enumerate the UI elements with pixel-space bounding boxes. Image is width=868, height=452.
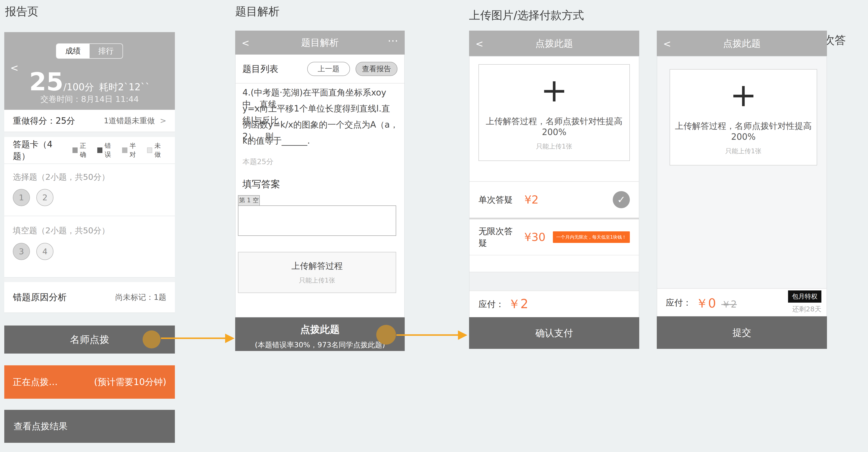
prev-question-button[interactable]: 上一题: [307, 62, 350, 76]
tab-rank[interactable]: 排行: [90, 44, 123, 58]
legend-label-correct: 正确: [80, 141, 92, 159]
upload-limit-hint: 只能上传1张: [725, 147, 761, 156]
answer-input[interactable]: [238, 205, 396, 236]
option-single-label: 单次答疑: [478, 194, 513, 206]
question-points: 本题25分: [243, 157, 274, 167]
question-text-line2: y=x向上平移1个单位长度得到直线l.直线l与反比: [243, 103, 399, 119]
option-unlimited-price: ¥30: [524, 231, 546, 244]
payment-header-title: 点拨此题: [469, 31, 639, 56]
option-single-price: ¥2: [524, 193, 538, 206]
choice-section-title: 选择题（2小题，共50分）: [4, 164, 175, 182]
screen-report: < 成绩 排行 25/100分耗时2`12`` 交卷时间：8月14日 11:44…: [4, 32, 175, 443]
upload-solution-box[interactable]: + 上传解答过程，名师点拨针对性提高200% 只能上传1张: [478, 64, 630, 161]
upload-solution-label: 上传解答过程: [291, 260, 343, 272]
redo-link[interactable]: 1道错题未重做 >: [104, 116, 166, 126]
question-list-row: 题目列表 上一题 查看报告: [236, 55, 404, 83]
legend-item-undone: 未做: [147, 141, 166, 159]
choice-section: 选择题（2小题，共50分） 1 2: [4, 164, 175, 216]
monthly-privilege-badge: 包月特权: [788, 290, 822, 303]
option-unlimited-row[interactable]: 无限次答疑 ¥30 一个月内无限次，每天低至1块钱！: [469, 219, 639, 255]
chevron-right-icon: >: [160, 116, 166, 125]
upload-solution-box[interactable]: 上传解答过程 只能上传1张: [238, 252, 396, 293]
submit-button[interactable]: 提交: [657, 316, 827, 349]
option-divider: [469, 218, 639, 219]
payable-row: 应付： ￥0 ￥2 包月特权 还剩28天: [657, 288, 827, 316]
score-total: /100分: [63, 82, 94, 92]
question-text: 4.(中考题·芜湖)在平面直角坐标系xoy中，直线 y=x向上平移1个单位长度得…: [243, 87, 399, 151]
screen-question-analysis: < 题目解析 ⋯ 题目列表 上一题 查看报告 4.(中考题·芜湖)在平面直角坐标…: [235, 31, 405, 351]
tipping-progress-eta: (预计需要10分钟): [94, 376, 166, 388]
flow-arrow-2-line: [396, 334, 458, 336]
legend-label-wrong: 错误: [104, 141, 117, 159]
payable-old-price: ￥2: [721, 298, 737, 311]
wrong-reason-row[interactable]: 错题原因分析 尚未标记：1题: [4, 282, 175, 313]
legend-item-wrong: 错误: [97, 141, 117, 159]
payable-label: 应付：: [478, 298, 504, 310]
confirm-pay-label: 确认支付: [535, 328, 573, 338]
upload-solution-box[interactable]: + 上传解答过程，名师点拨针对性提高200% 只能上传1张: [670, 69, 817, 165]
redo-score-label: 重做得分：25分: [13, 115, 75, 127]
question-text-line3: 例函数y=k/x的图象的一个交点为A（a，2），则: [243, 119, 399, 135]
question-circle-2[interactable]: 2: [36, 189, 54, 206]
option-single-row[interactable]: 单次答疑 ¥2 ✓: [469, 181, 639, 218]
more-icon[interactable]: ⋯: [388, 34, 398, 47]
plus-icon: +: [730, 79, 757, 111]
annotation-report-page: 报告页: [5, 4, 38, 19]
screen-payment: < 点拨此题 + 上传解答过程，名师点拨针对性提高200% 只能上传1张 单次答…: [469, 31, 639, 349]
legend-item-half: 半对: [122, 141, 141, 159]
plus-icon: +: [541, 74, 568, 106]
question-circle-4[interactable]: 4: [36, 243, 54, 260]
question-list-label: 题目列表: [243, 63, 278, 75]
legend-label-undone: 未做: [154, 141, 166, 159]
wrong-reason-status: 尚未标记：1题: [115, 292, 166, 303]
annotation-upload-payment: 上传图片/选择付款方式: [469, 8, 584, 22]
blank-section: 填空题（2小题，共50分） 3 4: [4, 216, 175, 278]
analysis-header-title: 题目解析: [235, 31, 405, 55]
question-circle-1[interactable]: 1: [13, 189, 30, 206]
blank-section-title: 填空题（2小题，共50分）: [4, 216, 175, 236]
divider-strip: [4, 132, 175, 137]
payable-label: 应付：: [666, 289, 691, 317]
flow-arrow-2-head: [458, 331, 467, 340]
monthly-header: < 点拨此题: [657, 31, 827, 56]
legend-swatch-correct: [72, 147, 78, 153]
tab-score[interactable]: 成绩: [57, 44, 90, 58]
score-line: 25/100分耗时2`12``: [4, 69, 175, 95]
question-text-line4: k的值等于______.: [243, 135, 399, 151]
analysis-header: < 题目解析 ⋯: [235, 31, 405, 55]
payment-header: < 点拨此题: [469, 31, 639, 56]
upload-promo-label: 上传解答过程，名师点拨针对性提高200%: [479, 115, 629, 137]
option-unlimited-label: 无限次答疑: [478, 225, 519, 249]
redo-link-text: 1道错题未重做: [104, 116, 155, 125]
tipping-progress-bar[interactable]: 正在点拨… (预计需要10分钟): [4, 365, 175, 399]
answer-card-legend: 正确 错误 半对 未做: [67, 141, 166, 159]
payable-price: ￥0: [696, 295, 716, 312]
wrong-reason-label: 错题原因分析: [13, 291, 67, 303]
monthly-remaining-days: 还剩28天: [792, 305, 822, 314]
teacher-tips-button[interactable]: 名师点拨: [4, 326, 175, 354]
score-value: 25: [29, 67, 63, 96]
upload-limit-hint: 只能上传1张: [536, 142, 572, 151]
payable-price: ￥2: [508, 296, 528, 312]
view-tips-result-label: 查看点拨结果: [14, 420, 67, 432]
report-header: < 成绩 排行 25/100分耗时2`12`` 交卷时间：8月14日 11:44: [4, 32, 175, 110]
selected-check-icon[interactable]: ✓: [613, 191, 630, 208]
question-circle-3[interactable]: 3: [13, 243, 30, 260]
unlimited-promo-badge: 一个月内无限次，每天低至1块钱！: [553, 231, 630, 243]
confirm-pay-button[interactable]: 确认支付: [469, 317, 639, 349]
flow-arrow-1-line: [161, 338, 225, 339]
flow-arrow-1-head: [225, 334, 235, 343]
fill-answer-title: 填写答案: [243, 178, 280, 191]
choice-circles: 1 2: [13, 189, 175, 206]
score-duration: 耗时2`12``: [99, 82, 150, 92]
legend-swatch-wrong: [97, 147, 102, 153]
blank-1-tab[interactable]: 第 1 空: [238, 195, 260, 205]
tip-this-question-button[interactable]: 点拨此题 (本题错误率30%，973名同学点拨此题): [235, 317, 405, 351]
legend-swatch-undone: [147, 147, 152, 153]
upload-solution-hint: 只能上传1张: [299, 276, 335, 285]
screen-monthly-checkout: < 点拨此题 + 上传解答过程，名师点拨针对性提高200% 只能上传1张 应付：…: [657, 31, 827, 349]
view-tips-result-button[interactable]: 查看点拨结果: [4, 410, 175, 443]
view-report-button[interactable]: 查看报告: [355, 62, 398, 76]
submit-time: 交卷时间：8月14日 11:44: [4, 94, 175, 105]
annotation-question-analysis: 题目解析: [235, 4, 280, 19]
